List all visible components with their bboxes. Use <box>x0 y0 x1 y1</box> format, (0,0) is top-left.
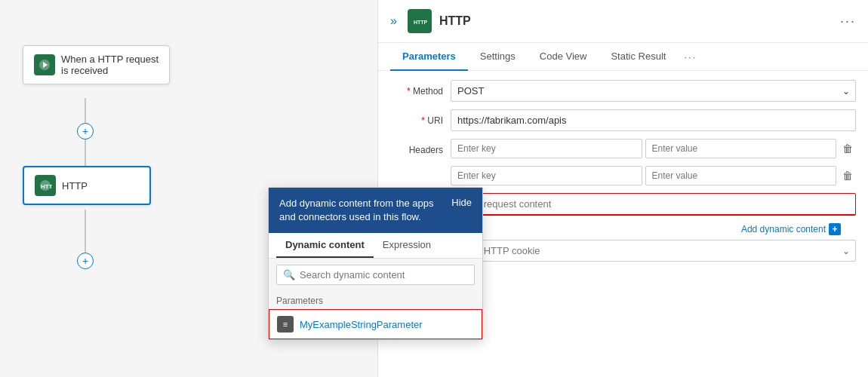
headers-row-2: 🗑 <box>390 166 856 185</box>
trigger-node[interactable]: When a HTTP request is received <box>23 45 170 84</box>
panel-http-icon: HTTP <box>408 9 432 33</box>
tab-static-result[interactable]: Static Result <box>599 43 678 71</box>
plus-icon-2[interactable]: + <box>77 253 94 269</box>
method-label: Method <box>390 80 443 97</box>
popup-hide-button[interactable]: Hide <box>451 197 472 208</box>
search-dynamic-input[interactable] <box>300 269 468 280</box>
http-label: HTTP <box>62 180 88 192</box>
cookie-input-wrapper: ⌄ <box>451 240 856 262</box>
add-step-2[interactable]: + <box>77 253 94 269</box>
body-input[interactable] <box>451 193 856 216</box>
tab-parameters[interactable]: Parameters <box>390 43 468 71</box>
expand-button[interactable]: » <box>390 14 397 28</box>
uri-row: URI <box>390 109 856 131</box>
cookie-input[interactable] <box>451 240 856 262</box>
tab-code-view[interactable]: Code View <box>528 43 599 71</box>
panel-tabs: Parameters Settings Code View Static Res… <box>378 43 868 71</box>
popup-section-parameters: Parameters <box>269 291 482 309</box>
svg-text:HTTP: HTTP <box>414 20 427 25</box>
http-node[interactable]: HTTP HTTP <box>23 166 151 205</box>
add-dynamic-icon: + <box>829 223 841 235</box>
method-select[interactable]: POST <box>451 80 856 102</box>
uri-input[interactable] <box>451 109 856 131</box>
panel-more-button[interactable]: ··· <box>840 14 856 29</box>
headers-label: Headers <box>390 139 443 155</box>
header-delete-1[interactable]: 🗑 <box>839 141 856 156</box>
trigger-label: When a HTTP request is received <box>61 54 159 76</box>
http-icon: HTTP <box>35 175 56 196</box>
popup-header-text: Add dynamic content from the apps and co… <box>279 197 444 224</box>
method-select-wrapper: POST ⌄ <box>451 80 856 102</box>
canvas-panel: When a HTTP request is received + HTTP H… <box>0 0 377 377</box>
method-row: Method POST ⌄ <box>390 80 856 102</box>
header-value-1[interactable] <box>645 139 837 158</box>
parameter-icon: ≡ <box>277 316 294 333</box>
add-dynamic-content-button[interactable]: Add dynamic content + <box>741 223 841 235</box>
popup-tabs: Dynamic content Expression <box>269 233 482 259</box>
panel-title: HTTP <box>439 14 833 28</box>
tab-dynamic-content[interactable]: Dynamic content <box>276 233 374 258</box>
tab-settings[interactable]: Settings <box>468 43 528 71</box>
search-icon: 🔍 <box>283 269 295 280</box>
header-key-1[interactable] <box>451 139 642 158</box>
dynamic-content-popup: Add dynamic content from the apps and co… <box>268 187 483 340</box>
headers-inputs-1: 🗑 <box>451 139 856 158</box>
headers-inputs-2: 🗑 <box>451 166 856 185</box>
header-key-2[interactable] <box>451 166 642 185</box>
parameter-label: MyExampleStringParameter <box>300 319 423 330</box>
tabs-more-button[interactable]: ··· <box>678 43 703 70</box>
plus-icon-1[interactable]: + <box>77 123 94 139</box>
headers-label-2 <box>390 166 443 172</box>
svg-text:HTTP: HTTP <box>41 183 52 190</box>
header-value-2[interactable] <box>645 166 837 185</box>
search-box: 🔍 <box>276 265 475 285</box>
method-chevron-icon: ⌄ <box>842 86 850 97</box>
popup-header: Add dynamic content from the apps and co… <box>269 188 482 233</box>
tab-expression[interactable]: Expression <box>374 233 440 258</box>
uri-label: URI <box>390 109 443 126</box>
dynamic-item-0[interactable]: ≡ MyExampleStringParameter <box>269 309 482 339</box>
headers-row-1: Headers 🗑 <box>390 139 856 158</box>
panel-header: » HTTP HTTP ··· <box>378 0 868 43</box>
trigger-icon <box>34 54 55 75</box>
add-step-1[interactable]: + <box>77 123 94 139</box>
header-delete-2[interactable]: 🗑 <box>839 168 856 183</box>
popup-search-area: 🔍 <box>269 259 482 291</box>
cookie-chevron-icon: ⌄ <box>842 246 850 256</box>
